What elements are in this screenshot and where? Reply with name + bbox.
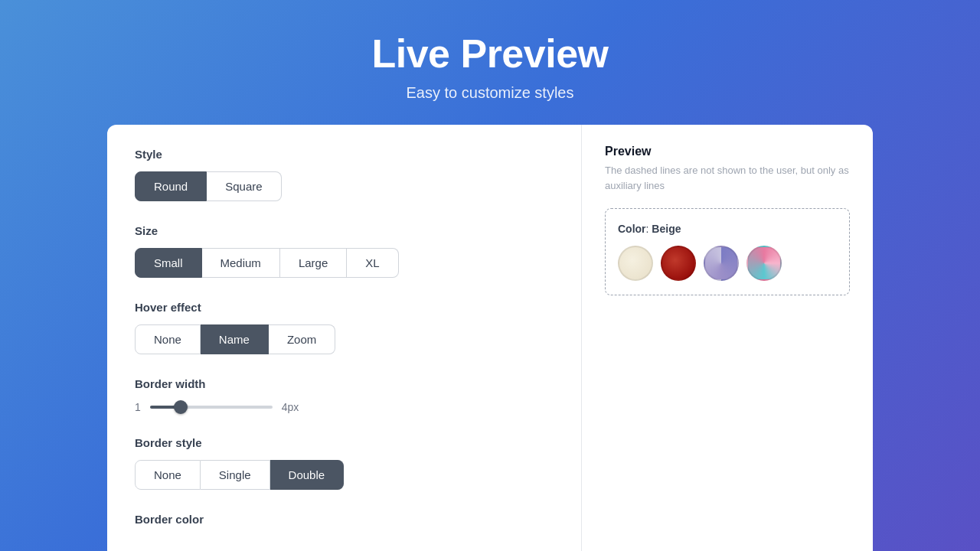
page-title: Live Preview (371, 31, 608, 77)
style-square-button[interactable]: Square (207, 171, 281, 201)
color-swatches (618, 246, 837, 281)
border-style-btn-group: None Single Double (135, 460, 554, 490)
style-label: Style (135, 148, 554, 161)
swatch-beige[interactable] (618, 246, 653, 281)
border-width-slider[interactable] (150, 406, 273, 409)
border-width-label: Border width (135, 377, 554, 390)
hover-label: Hover effect (135, 301, 554, 314)
hover-section: Hover effect None Name Zoom (135, 301, 554, 354)
border-style-double-button[interactable]: Double (270, 460, 345, 490)
color-label-key: Color (618, 223, 646, 235)
border-style-single-button[interactable]: Single (201, 460, 270, 490)
border-style-section: Border style None Single Double (135, 436, 554, 490)
page-header: Live Preview Easy to customize styles (356, 0, 623, 125)
left-panel: Style Round Square Size Small Medium Lar… (107, 125, 582, 551)
slider-min-label: 1 (135, 401, 141, 413)
size-large-button[interactable]: Large (280, 248, 347, 278)
hover-none-button[interactable]: None (135, 324, 201, 354)
size-label: Size (135, 224, 554, 237)
color-label: Color: Beige (618, 223, 837, 235)
style-round-button[interactable]: Round (135, 171, 207, 201)
slider-row: 1 4px (135, 401, 554, 413)
hover-btn-group: None Name Zoom (135, 324, 554, 354)
slider-max-label: 4px (282, 401, 299, 413)
preview-title: Preview (605, 145, 850, 158)
style-btn-group: Round Square (135, 171, 554, 201)
hover-name-button[interactable]: Name (201, 324, 269, 354)
swatch-pink[interactable] (746, 246, 782, 281)
main-card: Style Round Square Size Small Medium Lar… (107, 125, 873, 551)
swatch-red[interactable] (661, 246, 696, 281)
border-color-section: Border color (135, 513, 554, 526)
border-color-label: Border color (135, 513, 554, 526)
border-style-none-button[interactable]: None (135, 460, 201, 490)
size-btn-group: Small Medium Large XL (135, 248, 554, 278)
border-style-label: Border style (135, 436, 554, 449)
hover-zoom-button[interactable]: Zoom (269, 324, 335, 354)
size-xl-button[interactable]: XL (347, 248, 398, 278)
border-width-section: Border width 1 4px (135, 377, 554, 413)
preview-description: The dashed lines are not shown to the us… (605, 163, 850, 193)
page-subtitle: Easy to customize styles (371, 84, 608, 102)
color-value: Beige (652, 223, 681, 235)
swatch-purple[interactable] (704, 246, 739, 281)
size-medium-button[interactable]: Medium (202, 248, 280, 278)
style-section: Style Round Square (135, 148, 554, 201)
size-small-button[interactable]: Small (135, 248, 202, 278)
preview-box: Color: Beige (605, 208, 850, 295)
size-section: Size Small Medium Large XL (135, 224, 554, 278)
right-panel: Preview The dashed lines are not shown t… (582, 125, 873, 551)
